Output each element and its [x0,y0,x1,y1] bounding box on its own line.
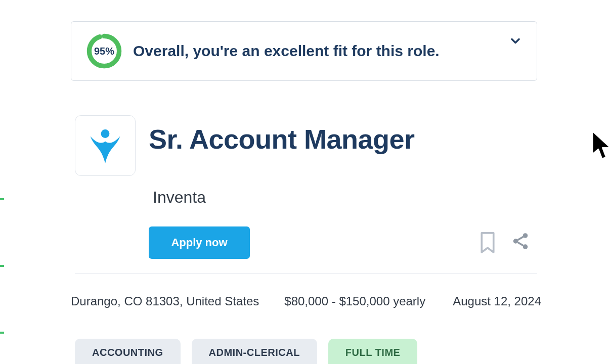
decorative-tick [0,198,4,200]
tag-row: ACCOUNTING ADMIN-CLERICAL FULL TIME [75,339,417,364]
fit-score-ring: 95% [85,32,123,70]
fit-score-value: 95% [85,32,123,70]
fit-message: Overall, you're an excellent fit for thi… [133,42,440,60]
company-logo [75,115,136,176]
job-title: Sr. Account Manager [149,123,415,155]
apply-button[interactable]: Apply now [149,226,250,259]
svg-point-2 [101,129,110,138]
decorative-tick [0,332,4,334]
decorative-tick [0,265,4,267]
job-date: August 12, 2024 [453,294,541,308]
mouse-cursor-icon [591,129,609,162]
share-icon[interactable] [511,232,530,251]
fit-banner[interactable]: 95% Overall, you're an excellent fit for… [71,21,537,81]
company-name: Inventa [153,188,206,207]
tag-full-time[interactable]: FULL TIME [328,339,418,364]
job-meta-row: Durango, CO 81303, United States $80,000… [71,294,541,308]
svg-line-7 [517,242,523,246]
section-divider [75,273,537,274]
job-location: Durango, CO 81303, United States [71,294,259,308]
tag-admin-clerical[interactable]: ADMIN-CLERICAL [192,339,317,364]
chevron-down-icon[interactable] [508,34,523,48]
bookmark-icon[interactable] [478,232,497,254]
job-salary: $80,000 - $150,000 yearly [284,294,425,308]
tag-accounting[interactable]: ACCOUNTING [75,339,181,364]
svg-line-6 [517,237,523,240]
